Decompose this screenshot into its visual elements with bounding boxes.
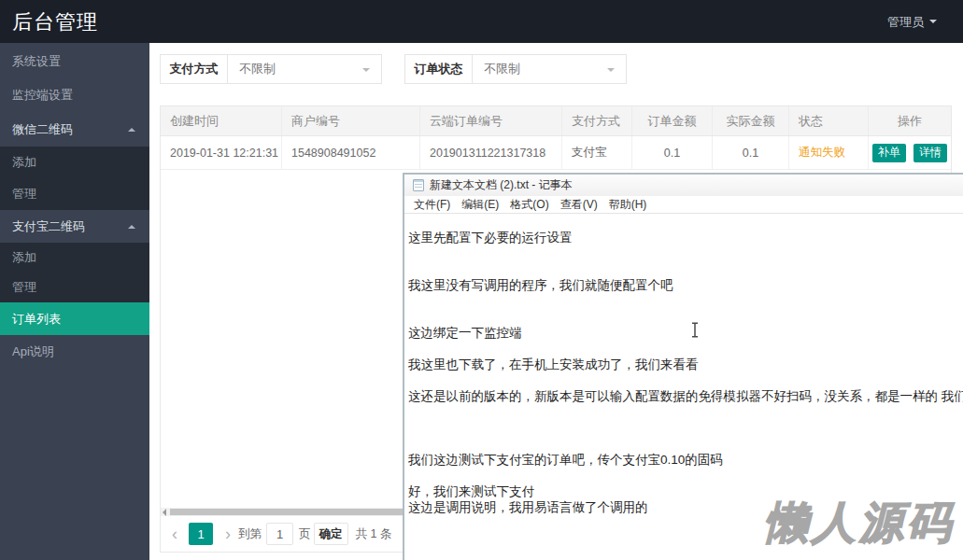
sidebar-item-alipay-manage[interactable]: 管理 <box>0 273 149 302</box>
sidebar-item-alipay-qrcode[interactable]: 支付宝二维码 <box>0 210 149 243</box>
notepad-titlebar[interactable]: 新建文本文档 (2).txt - 记事本 <box>404 175 963 196</box>
notepad-line: 我这里也下载了，在手机上安装成功了，我们来看看 <box>408 357 963 372</box>
notepad-line: 我这里没有写调用的程序，我们就随便配置个吧 <box>408 277 963 293</box>
column-header: 实际金额 <box>713 106 789 135</box>
page-title: 后台管理 <box>12 8 98 36</box>
table-cell: 0.1 <box>713 136 789 169</box>
notepad-line: 这里先配置下必要的运行设置 <box>408 230 963 245</box>
column-header: 操作 <box>869 106 951 135</box>
notepad-menu-item[interactable]: 文件(F) <box>408 197 456 213</box>
column-header: 云端订单编号 <box>420 106 562 135</box>
filter-order-status-select[interactable]: 不限制 <box>473 54 627 84</box>
notepad-line <box>408 261 963 277</box>
pagination-prev-button[interactable]: ‹ <box>172 525 177 542</box>
column-header: 创建时间 <box>161 106 282 135</box>
scrollbar-left-arrow-icon[interactable] <box>163 509 166 516</box>
sidebar-item-label: 微信二维码 <box>12 122 73 136</box>
pagination-current-page[interactable]: 1 <box>189 523 213 545</box>
table-cell: 0.1 <box>632 136 713 169</box>
column-header: 商户编号 <box>282 106 420 135</box>
sidebar-item-monitor-settings[interactable]: 监控端设置 <box>0 78 149 112</box>
sidebar-item-order-list[interactable]: 订单列表 <box>0 302 149 335</box>
sidebar-item-wechat-manage[interactable]: 管理 <box>0 178 149 210</box>
filter-order-status-label: 订单状态 <box>404 54 473 84</box>
notepad-line: 这还是以前的版本的，新版本是可以输入配置数据的免得模拟器不好扫码，没关系，都是一… <box>408 388 963 404</box>
notepad-line: 我们这边测试下支付宝的订单吧，传个支付宝0.10的固码 <box>408 452 963 468</box>
notepad-line <box>408 309 963 325</box>
sidebar-item-system-settings[interactable]: 系统设置 <box>0 45 149 78</box>
status-badge: 通知失败 <box>789 136 869 169</box>
notepad-line <box>408 420 963 436</box>
sidebar-item-label: 添加 <box>12 155 36 169</box>
sidebar-item-label: 监控端设置 <box>12 88 73 102</box>
user-menu[interactable]: 管理员 <box>887 14 937 31</box>
pagination-page-unit: 页 <box>299 526 311 542</box>
sidebar-item-label: 添加 <box>12 250 36 264</box>
pagination-confirm-button[interactable]: 确定 <box>314 523 348 545</box>
table-cell: 支付宝 <box>562 136 632 169</box>
notepad-menubar: 文件(F)编辑(E)格式(O)查看(V)帮助(H) <box>404 196 963 214</box>
sidebar-item-label: 支付宝二维码 <box>12 219 85 233</box>
watermark: 懒人源码 <box>764 494 955 553</box>
filter-pay-method-label: 支付方式 <box>160 54 228 84</box>
notepad-line <box>408 245 963 261</box>
sidebar-item-wechat-add[interactable]: 添加 <box>0 147 149 178</box>
table-row: 2019-01-31 12:21:31154890849105220190131… <box>161 136 951 170</box>
notepad-menu-item[interactable]: 帮助(H) <box>603 197 653 213</box>
reissue-button[interactable]: 补单 <box>872 144 906 162</box>
notepad-menu-item[interactable]: 查看(V) <box>555 197 603 213</box>
chevron-down-icon <box>607 68 615 76</box>
filter-pay-method-select[interactable]: 不限制 <box>228 54 382 84</box>
notepad-line <box>408 404 963 420</box>
sidebar-item-label: 管理 <box>12 187 36 201</box>
column-header: 订单金额 <box>632 106 713 135</box>
sidebar-item-alipay-add[interactable]: 添加 <box>0 243 149 273</box>
table-cell: 201901311221317318 <box>420 136 562 169</box>
pagination-total: 共 1 条 <box>356 526 392 542</box>
sidebar-item-api-doc[interactable]: Api说明 <box>0 335 149 369</box>
table-cell: 2019-01-31 12:21:31 <box>161 136 282 169</box>
column-header: 支付方式 <box>562 106 632 135</box>
notepad-menu-item[interactable]: 格式(O) <box>504 197 554 213</box>
sidebar-item-wechat-qrcode[interactable]: 微信二维码 <box>0 112 149 147</box>
filter-order-status: 订单状态 不限制 <box>404 54 627 84</box>
sidebar-item-label: 系统设置 <box>12 54 61 68</box>
filter-pay-method: 支付方式 不限制 <box>160 54 382 84</box>
chevron-down-icon <box>929 20 937 27</box>
chevron-up-icon <box>128 221 135 229</box>
table-cell: 1548908491052 <box>282 136 420 169</box>
notepad-line <box>408 468 963 483</box>
details-button[interactable]: 详情 <box>913 144 947 162</box>
notepad-line <box>408 372 963 388</box>
table-header-row: 创建时间商户编号云端订单编号支付方式订单金额实际金额状态操作 <box>161 106 951 136</box>
chevron-down-icon <box>362 68 370 76</box>
user-menu-label: 管理员 <box>887 15 924 29</box>
chevron-up-icon <box>128 124 135 132</box>
sidebar-item-label: 订单列表 <box>12 312 61 326</box>
text-cursor <box>690 322 700 338</box>
filter-order-status-value: 不限制 <box>484 61 520 77</box>
pagination-page-input[interactable] <box>266 523 293 545</box>
pagination-goto-label: 到第 <box>238 526 262 542</box>
notepad-line <box>408 436 963 452</box>
app-header: 后台管理 管理员 <box>0 0 963 43</box>
column-header: 状态 <box>789 106 869 135</box>
notepad-line <box>408 341 963 357</box>
notepad-title: 新建文本文档 (2).txt - 记事本 <box>430 177 573 193</box>
sidebar: 系统设置监控端设置微信二维码添加管理支付宝二维码添加管理订单列表Api说明 <box>0 43 149 560</box>
notepad-line: 这边绑定一下监控端 <box>408 325 963 341</box>
sidebar-item-label: Api说明 <box>12 344 54 358</box>
notepad-menu-item[interactable]: 编辑(E) <box>456 197 504 213</box>
actions-cell: 补单详情 <box>869 136 951 169</box>
filter-pay-method-value: 不限制 <box>239 61 276 77</box>
notepad-text-area[interactable]: 这里先配置下必要的运行设置我这里没有写调用的程序，我们就随便配置个吧这边绑定一下… <box>404 214 963 515</box>
notepad-line <box>408 293 963 309</box>
pagination-next-button[interactable]: › <box>225 525 231 542</box>
sidebar-item-label: 管理 <box>12 280 36 294</box>
notepad-icon <box>413 179 424 191</box>
